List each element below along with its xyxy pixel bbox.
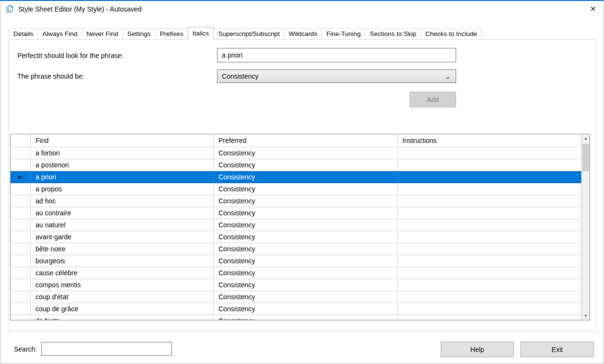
add-button[interactable]: Add [410,92,456,107]
table-row[interactable]: au contraireConsistency [11,207,581,219]
cell-instructions[interactable] [398,243,581,255]
table-row[interactable]: coup d'étatConsistency [11,291,581,303]
row-marker[interactable] [11,303,31,315]
column-header-find[interactable]: Find [31,134,214,147]
cell-preferred[interactable]: Consistency [214,267,398,279]
table-row[interactable]: bourgeoisConsistency [11,255,581,267]
row-marker[interactable] [11,159,31,171]
cell-find[interactable]: cause célèbre [31,267,214,279]
cell-instructions[interactable] [398,183,581,195]
row-marker[interactable] [11,207,31,219]
tab-wildcards[interactable]: Wildcards [284,28,322,40]
exit-button[interactable]: Exit [520,341,594,357]
cell-preferred[interactable]: Consistency [214,207,398,219]
cell-find[interactable]: coup d'état [31,291,214,303]
scroll-down-icon[interactable]: ▼ [582,312,590,320]
cell-find[interactable]: a propos [31,183,214,195]
cell-instructions[interactable] [398,291,581,303]
tab-always-find[interactable]: Always Find [37,28,82,40]
cell-find[interactable]: a fortiori [31,147,214,159]
cell-instructions[interactable] [398,171,581,183]
cell-instructions[interactable] [398,231,581,243]
cell-find[interactable]: au naturel [31,219,214,231]
table-row[interactable]: bête noireConsistency [11,243,581,255]
cell-find[interactable]: de facto [31,315,214,320]
column-header-instructions[interactable]: Instructions [398,134,581,147]
tab-details[interactable]: Details [9,28,38,40]
cell-instructions[interactable] [398,315,581,320]
cell-preferred[interactable]: Consistency [214,171,398,183]
cell-preferred[interactable]: Consistency [214,291,398,303]
table-row[interactable]: au naturelConsistency [11,219,581,231]
cell-instructions[interactable] [398,267,581,279]
scrollbar-thumb[interactable] [582,144,589,171]
cell-instructions[interactable] [398,219,581,231]
row-marker[interactable] [11,195,31,207]
close-icon[interactable]: × [585,2,601,15]
cell-preferred[interactable]: Consistency [214,147,398,159]
tab-fine-tuning[interactable]: Fine-Tuning [322,28,366,40]
table-row[interactable]: avant-gardeConsistency [11,231,581,243]
cell-find[interactable]: coup de grâce [31,303,214,315]
row-marker[interactable] [11,147,31,159]
cell-find[interactable]: avant-garde [31,231,214,243]
cell-find[interactable]: a priori [31,171,214,183]
tab-prefixes[interactable]: Prefixes [155,28,188,40]
tab-never-find[interactable]: Never Find [82,28,123,40]
cell-find[interactable]: ad hoc [31,195,214,207]
table-row[interactable]: a fortioriConsistency [11,147,581,159]
tab-superscript-subscript[interactable]: Superscript/Subscript [213,28,284,40]
table-row[interactable]: compos mentisConsistency [11,279,581,291]
cell-instructions[interactable] [398,195,581,207]
table-row[interactable]: a proposConsistency [11,183,581,195]
cell-preferred[interactable]: Consistency [214,195,398,207]
cell-find[interactable]: a posteriori [31,159,214,171]
row-marker[interactable]: ▶ [11,171,31,183]
cell-instructions[interactable] [398,255,581,267]
cell-instructions[interactable] [398,279,581,291]
table-row[interactable]: ▶a prioriConsistency [11,171,581,183]
cell-instructions[interactable] [398,147,581,159]
phrase-type-dropdown[interactable]: Consistency ⌄ [217,70,456,83]
row-marker[interactable] [11,231,31,243]
vertical-scrollbar[interactable]: ▲ ▼ [581,134,590,320]
help-button[interactable]: Help [441,341,514,357]
table-row[interactable]: cause célèbreConsistency [11,267,581,279]
cell-find[interactable]: compos mentis [31,279,214,291]
cell-instructions[interactable] [398,159,581,171]
row-marker[interactable] [11,267,31,279]
row-marker[interactable] [11,219,31,231]
table-row[interactable]: coup de grâceConsistency [11,303,581,315]
phrase-input[interactable] [217,48,456,62]
cell-find[interactable]: bourgeois [31,255,214,267]
tab-settings[interactable]: Settings [122,28,156,40]
cell-preferred[interactable]: Consistency [214,315,398,320]
tab-italics[interactable]: Italics [188,27,214,40]
table-row[interactable]: ad hocConsistency [11,195,581,207]
row-marker[interactable] [11,291,31,303]
cell-preferred[interactable]: Consistency [214,231,398,243]
search-input[interactable] [41,342,172,356]
cell-preferred[interactable]: Consistency [214,243,398,255]
row-marker[interactable] [11,315,31,320]
row-marker[interactable] [11,243,31,255]
tab-checks-to-include[interactable]: Checks to Include [421,28,482,40]
cell-preferred[interactable]: Consistency [214,303,398,315]
tab-sections-to-skip[interactable]: Sections to Skip [365,28,421,40]
scroll-up-icon[interactable]: ▲ [582,134,590,142]
table-row[interactable]: de factoConsistency [11,315,581,320]
cell-preferred[interactable]: Consistency [214,159,398,171]
row-marker[interactable] [11,279,31,291]
cell-preferred[interactable]: Consistency [214,219,398,231]
cell-preferred[interactable]: Consistency [214,255,398,267]
cell-preferred[interactable]: Consistency [214,183,398,195]
table-row[interactable]: a posterioriConsistency [11,159,581,171]
column-header-preferred[interactable]: Preferred [214,134,398,147]
cell-instructions[interactable] [398,303,581,315]
row-marker[interactable] [11,255,31,267]
cell-preferred[interactable]: Consistency [214,279,398,291]
cell-find[interactable]: bête noire [31,243,214,255]
cell-instructions[interactable] [398,207,581,219]
row-marker[interactable] [11,183,31,195]
cell-find[interactable]: au contraire [31,207,214,219]
